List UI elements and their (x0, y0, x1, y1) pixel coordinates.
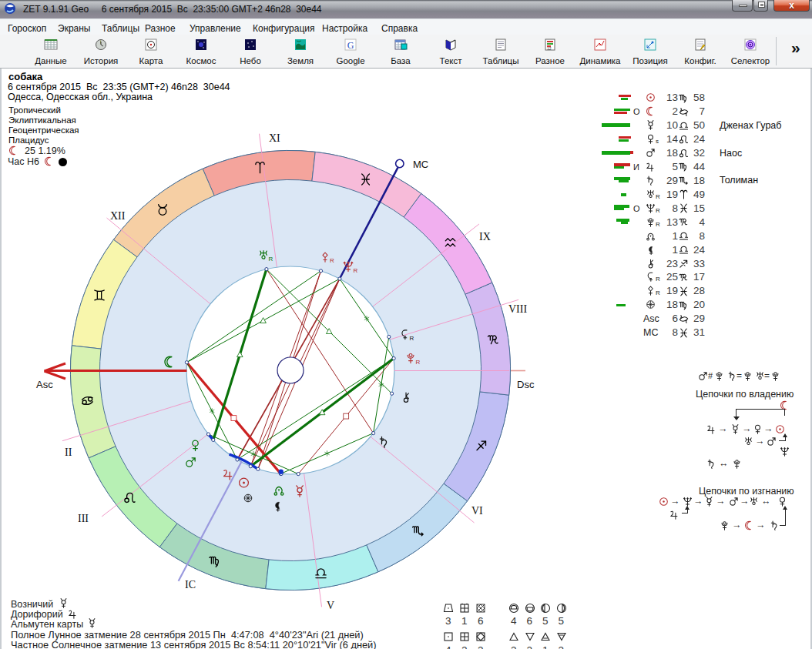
svg-text:MC: MC (413, 159, 428, 170)
svg-text:R: R (354, 267, 358, 274)
svg-text:III: III (78, 513, 89, 524)
svg-text:R: R (269, 256, 273, 263)
svg-text:12: 12 (547, 46, 552, 51)
svg-text:R: R (410, 335, 414, 342)
svg-text:R: R (330, 257, 334, 264)
svg-text:II: II (65, 447, 72, 458)
svg-text:VIII: VIII (508, 303, 527, 315)
svg-text:R: R (416, 359, 421, 366)
svg-text:Dsc: Dsc (517, 379, 535, 390)
svg-text:V: V (327, 600, 334, 611)
svg-text:VI: VI (471, 505, 483, 517)
svg-text:IC: IC (185, 579, 196, 590)
svg-text:XII: XII (110, 210, 126, 222)
svg-text:IX: IX (479, 231, 491, 243)
svg-text:Asc: Asc (36, 379, 53, 390)
svg-text:XI: XI (269, 132, 280, 144)
svg-text:G: G (347, 40, 354, 51)
